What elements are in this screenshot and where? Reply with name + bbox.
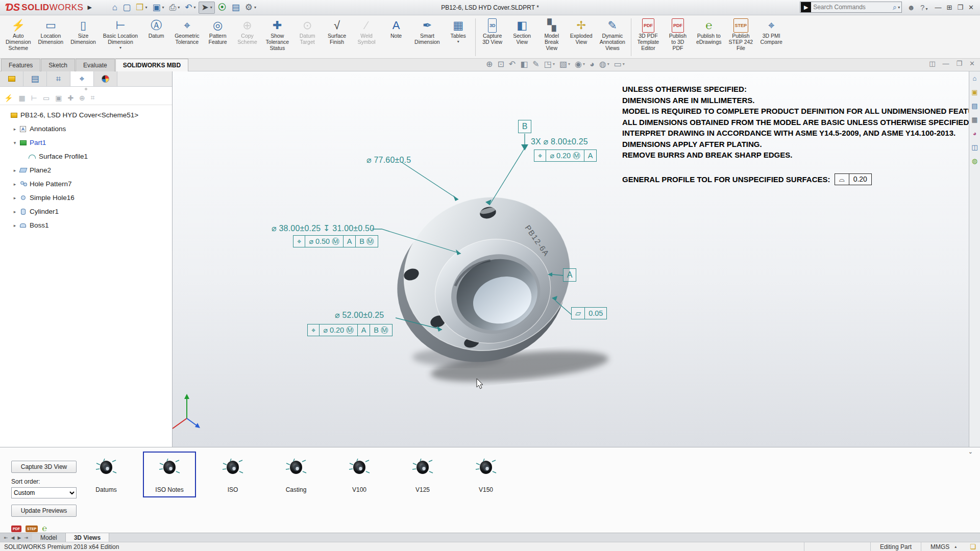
- tree-item-annotations[interactable]: ▸AAnnotations: [2, 122, 172, 136]
- custom-properties-icon[interactable]: ◫: [971, 143, 977, 151]
- datum-a-label[interactable]: A: [563, 268, 576, 282]
- model-break-view-button[interactable]: ▚ModelBreakView: [537, 16, 567, 58]
- dropdown-arrow-icon[interactable]: ▾: [254, 5, 256, 10]
- displaymanager-tab[interactable]: [94, 71, 117, 86]
- tree-item-plane2[interactable]: ▸Plane2: [2, 163, 172, 177]
- tree-item-pb12-6-lsd-hyd-cover-scheme51-[interactable]: PB12-6, LSD HYD Cover<Scheme51>: [2, 108, 172, 122]
- expand-arrow-icon[interactable]: ▸: [11, 182, 18, 187]
- section-view-icon[interactable]: ◧: [520, 59, 528, 69]
- doc-close-icon[interactable]: ✕: [969, 60, 975, 67]
- publish-step-242-button[interactable]: STEPPublishSTEP 242File: [725, 16, 757, 58]
- 3d-view-thumbnail-datums[interactable]: Datums: [80, 452, 133, 497]
- new-document-icon[interactable]: ▢: [120, 2, 133, 14]
- 3d-view-thumbnail-v100[interactable]: V100: [333, 452, 386, 497]
- auto-dimension-small-icon[interactable]: ⚡: [4, 94, 13, 102]
- home-icon[interactable]: ⌂: [110, 2, 119, 14]
- dropdown-arrow-icon[interactable]: ▾: [583, 62, 585, 66]
- size-dimension-button[interactable]: ▯SizeDimension: [67, 16, 100, 58]
- tree-item-cylinder1[interactable]: ▸Cylinder1: [2, 205, 172, 218]
- dropdown-arrow-icon[interactable]: ▾: [162, 5, 164, 10]
- tree-item-hole-pattern7[interactable]: ▸Hole Pattern7: [2, 177, 172, 191]
- copy-small-icon[interactable]: ⊕: [79, 94, 85, 102]
- update-previews-button[interactable]: Update Previews: [11, 505, 77, 517]
- auto-dimension-scheme-button[interactable]: ⚡AutoDimensionScheme: [2, 16, 35, 58]
- undo-icon[interactable]: ↶▾: [183, 2, 198, 14]
- tolstatus-small-icon[interactable]: ⌗: [91, 93, 95, 102]
- select-icon[interactable]: ➤▾: [199, 2, 214, 14]
- dropdown-arrow-icon[interactable]: ▾: [210, 5, 212, 10]
- hide-show-items-icon[interactable]: ◉▾: [575, 59, 585, 69]
- doc-restore-icon[interactable]: ❐: [956, 60, 962, 67]
- panel-collapse-handle[interactable]: [0, 87, 172, 91]
- zoom-area-icon[interactable]: ⊡: [497, 59, 504, 69]
- dropdown-arrow-icon[interactable]: ▾: [623, 62, 625, 66]
- print-icon[interactable]: ⎙▾: [167, 2, 182, 14]
- prev-tab-icon[interactable]: ◀: [10, 535, 16, 540]
- dropdown-arrow-icon[interactable]: ▾: [568, 62, 570, 66]
- dynamic-annotation-views-button[interactable]: ✎DynamicAnnotationViews: [596, 16, 629, 58]
- exploded-view-button[interactable]: ✢ExplodedView: [567, 16, 596, 58]
- publish-step-icon[interactable]: STEP: [26, 525, 38, 532]
- dropdown-arrow-icon[interactable]: ▾: [119, 45, 121, 50]
- first-tab-icon[interactable]: ⇤: [3, 535, 9, 540]
- view-orientation-icon[interactable]: ◳▾: [544, 59, 555, 69]
- 3d-view-thumbnail-v150[interactable]: V150: [459, 452, 512, 497]
- next-tab-icon[interactable]: ▶: [16, 535, 22, 540]
- geometric-tolerance-button[interactable]: ⌖GeometricTolerance: [171, 16, 203, 58]
- tree-item-surface-profile1[interactable]: Surface Profile1: [2, 149, 172, 163]
- graphics-viewport[interactable]: PB12-6A: [173, 71, 969, 447]
- propertymanager-tab[interactable]: ▤: [23, 71, 47, 86]
- tree-item-simple-hole16[interactable]: ▸Simple Hole16: [2, 191, 172, 205]
- design-library-icon[interactable]: ▣: [971, 88, 977, 96]
- dropdown-arrow-icon[interactable]: ▾: [145, 5, 147, 10]
- zoom-fit-icon[interactable]: ⊕: [486, 59, 493, 69]
- forum-icon[interactable]: ◍: [972, 157, 977, 165]
- tab-solidworks-mbd[interactable]: SOLIDWORKS MBD: [115, 59, 188, 71]
- expand-arrow-icon[interactable]: ▸: [11, 195, 18, 201]
- dropdown-arrow-icon[interactable]: ▾: [193, 5, 195, 10]
- tree-item-boss1[interactable]: ▸Boss1: [2, 218, 172, 232]
- annotation-visibility-icon[interactable]: ✎: [532, 59, 539, 69]
- dropdown-arrow-icon[interactable]: ▾: [553, 62, 555, 66]
- dropdown-arrow-icon[interactable]: ▾: [457, 39, 459, 44]
- save-icon[interactable]: ▣▾: [150, 2, 166, 14]
- capture-3d-view-button[interactable]: 3DCapture3D View: [478, 16, 507, 58]
- surface-finish-button[interactable]: √SurfaceFinish: [322, 16, 352, 58]
- open-icon[interactable]: ❒▾: [134, 2, 149, 14]
- tab-evaluate[interactable]: Evaluate: [76, 59, 115, 71]
- search-icon[interactable]: ⌕: [893, 3, 897, 12]
- options-icon[interactable]: ⚙▾: [243, 2, 258, 14]
- search-commands-box[interactable]: ▶ ⌕ ▾: [800, 2, 902, 13]
- tables-button[interactable]: ▦Tables▾: [444, 16, 473, 58]
- smart-dimension-button[interactable]: ✒SmartDimension: [411, 16, 444, 58]
- datum-button[interactable]: ⒶDatum: [141, 16, 171, 58]
- apply-scene-icon[interactable]: ◍▾: [599, 59, 609, 69]
- capture-3d-view-button[interactable]: Capture 3D View: [11, 461, 77, 473]
- diameter-52-dimension[interactable]: ⌀ 52.00±0.25: [335, 310, 384, 320]
- previous-view-icon[interactable]: ↶: [509, 59, 516, 69]
- publish-edrawings-icon[interactable]: ℮: [42, 524, 47, 533]
- show-tol-small-icon[interactable]: ✚: [67, 94, 74, 102]
- doc-tab-model[interactable]: Model: [32, 533, 66, 542]
- datum-b-label[interactable]: B: [518, 120, 531, 133]
- 3d-view-thumbnail-iso[interactable]: ISO: [206, 452, 259, 497]
- publish-3d-pdf-button[interactable]: PDFPublishto 3DPDF: [663, 16, 693, 58]
- expand-arrow-icon[interactable]: ▸: [11, 168, 18, 173]
- callout-small-icon[interactable]: ▭: [43, 94, 50, 102]
- resize-icon[interactable]: ⊞: [945, 4, 954, 11]
- search-input[interactable]: [813, 4, 893, 11]
- basic-location-dimension-button[interactable]: ⊢Basic LocationDimension▾: [100, 16, 141, 58]
- doc-tab-3d-views[interactable]: 3D Views: [66, 533, 109, 542]
- edit-appearance-icon[interactable]: ◕: [590, 60, 595, 69]
- section-view-button[interactable]: ◧SectionView: [507, 16, 537, 58]
- dropdown-arrow-icon[interactable]: ▾: [607, 62, 609, 66]
- show-tolerance-status-button[interactable]: ✚ShowToleranceStatus: [262, 16, 293, 58]
- expand-arrow-icon[interactable]: ▸: [11, 209, 18, 214]
- basic-dimension-small-icon[interactable]: ⊢: [31, 94, 37, 102]
- tab-sketch[interactable]: Sketch: [41, 59, 75, 71]
- file-properties-icon[interactable]: ▤: [230, 2, 242, 14]
- expand-arrow-icon[interactable]: ▸: [11, 127, 18, 132]
- restore-icon[interactable]: ❐: [955, 4, 965, 11]
- view-palette-icon[interactable]: ▦: [971, 116, 977, 123]
- close-icon[interactable]: ✕: [966, 4, 976, 11]
